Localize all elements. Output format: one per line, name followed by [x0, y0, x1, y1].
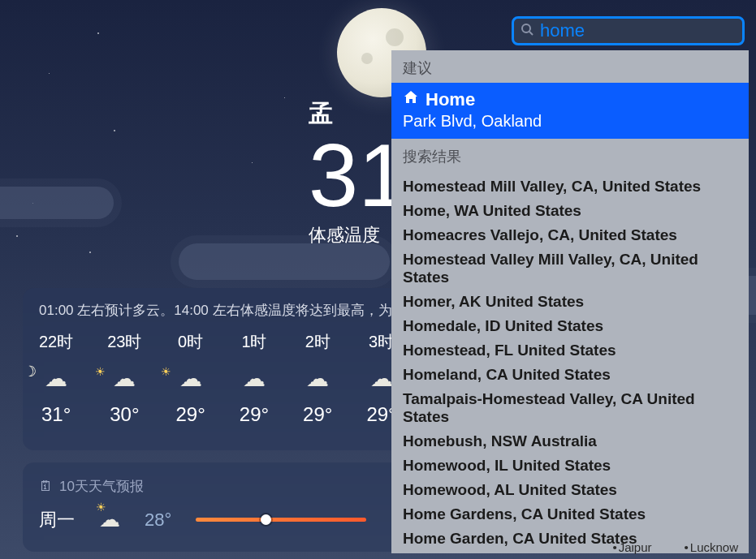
search-result-item[interactable]: Homeland, CA United States: [403, 363, 737, 387]
search-input[interactable]: [540, 20, 756, 41]
search-result-item[interactable]: Home Gardens, CA United States: [403, 502, 737, 527]
search-result-item[interactable]: Homestead Mill Valley, CA, United States: [403, 174, 737, 199]
search-result-item[interactable]: Homewood, IL United States: [403, 454, 737, 478]
map-label: Jaipur: [612, 540, 651, 554]
sun-cloud-icon: [110, 364, 138, 392]
suggestion-home-subtitle: Park Blvd, Oakland: [403, 112, 737, 131]
hour-column[interactable]: 1时29°: [240, 331, 269, 426]
search-result-item[interactable]: Homedale, ID United States: [403, 314, 737, 338]
search-result-item[interactable]: Homestead Valley Mill Valley, CA, United…: [403, 247, 737, 290]
search-result-item[interactable]: Homeacres Vallejo, CA, United States: [403, 223, 737, 247]
hour-label: 1时: [241, 331, 266, 353]
day-name: 周一: [39, 508, 75, 532]
suggestion-home-title: Home: [426, 89, 475, 110]
hour-temp: 29°: [176, 403, 205, 426]
search-result-item[interactable]: Tamalpais-Homestead Valley, CA United St…: [403, 387, 737, 429]
suggestion-home[interactable]: Home Park Blvd, Oakland: [391, 83, 749, 139]
location-search-field[interactable]: [512, 16, 745, 45]
hour-column[interactable]: 2时29°: [303, 331, 332, 426]
suggestions-header: 建议: [391, 50, 749, 83]
svg-line-1: [529, 32, 533, 35]
search-result-item[interactable]: Homebush, NSW Australia: [403, 429, 737, 454]
hour-temp: 29°: [303, 403, 332, 426]
map-city-labels: Jaipur Lucknow: [612, 540, 738, 554]
search-result-item[interactable]: Home, WA United States: [403, 199, 737, 223]
results-header: 搜索结果: [391, 139, 749, 171]
hour-label: 23时: [107, 331, 141, 353]
calendar-icon: 🗓: [39, 479, 53, 495]
weather-app-window: 孟 31 体感温度 01:00 左右预计多云。14:00 左右体感温度将达到最高…: [0, 0, 756, 559]
map-label: Lucknow: [685, 540, 738, 554]
sun-cloud-icon: [99, 507, 120, 532]
search-icon: [521, 23, 534, 39]
search-result-item[interactable]: Homestead, FL United States: [403, 338, 737, 363]
temp-now-dot: [261, 514, 271, 525]
hour-column[interactable]: 0时29°: [176, 331, 205, 426]
hour-label: 3时: [369, 331, 394, 353]
cloud-icon: [304, 364, 331, 392]
hour-temp: 31°: [41, 403, 71, 426]
sun-cloud-icon: [177, 364, 205, 392]
cloud-icon: [240, 364, 268, 392]
home-icon: [403, 89, 419, 110]
hour-column[interactable]: 22时31°: [39, 331, 73, 426]
star-decoration: [97, 32, 99, 34]
hour-column[interactable]: 23时30°: [107, 331, 141, 426]
search-result-item[interactable]: Homewood, AL United States: [403, 478, 737, 502]
hour-temp: 30°: [110, 403, 139, 426]
star-decoration: [252, 162, 253, 163]
star-decoration: [284, 97, 285, 98]
svg-point-0: [522, 24, 530, 32]
cloud-graphic: [179, 243, 390, 280]
star-decoration: [49, 73, 50, 74]
day-low: 28°: [145, 510, 171, 531]
moon-cloud-icon: [42, 364, 70, 392]
search-result-item[interactable]: Homer, AK United States: [403, 290, 737, 314]
hour-label: 22时: [39, 331, 73, 353]
star-decoration: [16, 235, 18, 237]
star-decoration: [89, 252, 91, 253]
search-suggestions-panel: 建议 Home Park Blvd, Oakland 搜索结果 Homestea…: [391, 50, 749, 553]
temp-range-bar: [196, 518, 366, 522]
hour-label: 2时: [305, 331, 330, 353]
tenday-title-text: 10天天气预报: [59, 477, 144, 496]
search-results-list: Homestead Mill Valley, CA, United States…: [391, 171, 749, 553]
hour-label: 0时: [178, 331, 203, 353]
hour-temp: 29°: [240, 403, 269, 426]
cloud-graphic: [0, 187, 114, 219]
star-decoration: [114, 130, 115, 131]
